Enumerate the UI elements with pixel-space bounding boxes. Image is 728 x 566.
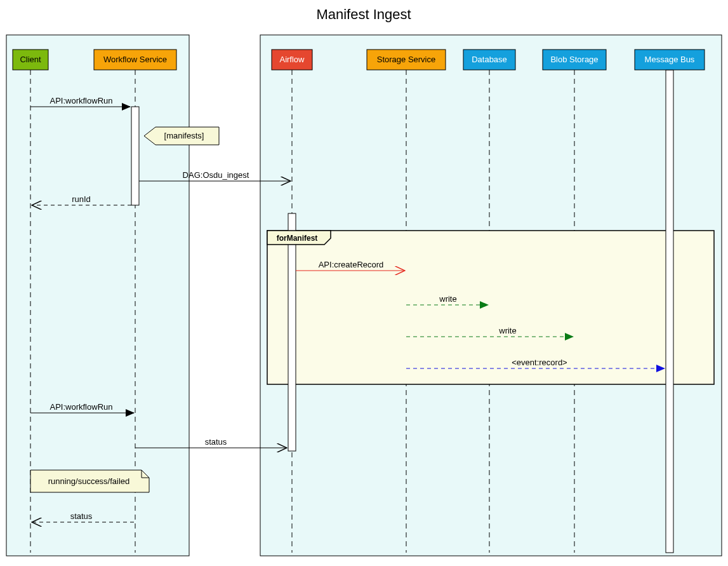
actor-mbus: Message Bus <box>635 50 705 70</box>
msg-workflowrun-1: API:workflowRun <box>50 96 113 105</box>
msg-status-query: status <box>205 437 227 447</box>
msg-status-return: status <box>70 511 93 521</box>
actor-airflow-label: Airflow <box>279 55 305 64</box>
msg-event-record: <event:record> <box>512 358 567 367</box>
msg-dag: DAG:Osdu_ingest <box>183 170 249 180</box>
actor-mbus-label: Message Bus <box>645 55 695 64</box>
svg-text:[manifests]: [manifests] <box>164 131 204 140</box>
actor-workflow: Workflow Service <box>94 50 176 70</box>
actor-client: Client <box>13 50 48 70</box>
actor-database-label: Database <box>472 55 507 64</box>
actor-workflow-label: Workflow Service <box>103 55 167 64</box>
svg-text:running/success/failed: running/success/failed <box>48 476 130 486</box>
actor-airflow: Airflow <box>272 50 312 70</box>
msg-runid: runId <box>72 194 91 204</box>
svg-rect-9 <box>666 70 673 553</box>
svg-rect-8 <box>288 213 296 451</box>
actor-storage: Storage Service <box>367 50 446 70</box>
msg-write-blob: write <box>498 326 516 335</box>
msg-workflowrun-2: API:workflowRun <box>50 402 113 412</box>
actor-database: Database <box>463 50 515 70</box>
note-statuses: running/success/failed <box>30 470 149 492</box>
loop-frame <box>267 231 714 384</box>
diagram-title: Manifest Ingest <box>316 6 411 22</box>
svg-text:forManifest: forManifest <box>277 234 318 243</box>
sequence-diagram: Manifest Ingest Client Workflow Service … <box>0 0 728 566</box>
msg-createrecord: API:createRecord <box>319 260 384 269</box>
svg-rect-7 <box>131 107 139 205</box>
actor-storage-label: Storage Service <box>377 55 436 64</box>
actor-blob-label: Blob Storage <box>550 55 598 64</box>
note-manifests: [manifests] <box>144 127 219 145</box>
actor-client-label: Client <box>20 55 41 64</box>
loop-tab: forManifest <box>267 231 331 245</box>
msg-write-db: write <box>439 294 456 304</box>
actor-blob: Blob Storage <box>543 50 606 70</box>
